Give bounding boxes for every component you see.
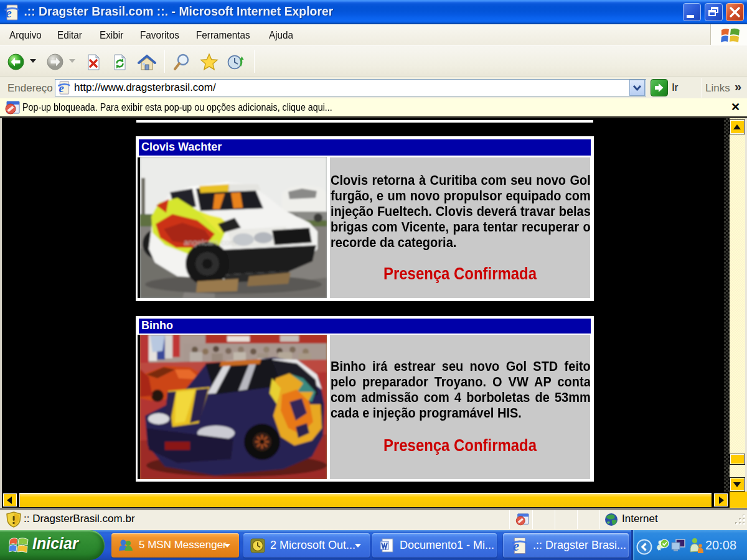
svg-text:e: e: [6, 5, 12, 21]
svg-text:angelcars.com: angelcars.com: [184, 238, 237, 247]
svg-text:e: e: [59, 82, 64, 95]
